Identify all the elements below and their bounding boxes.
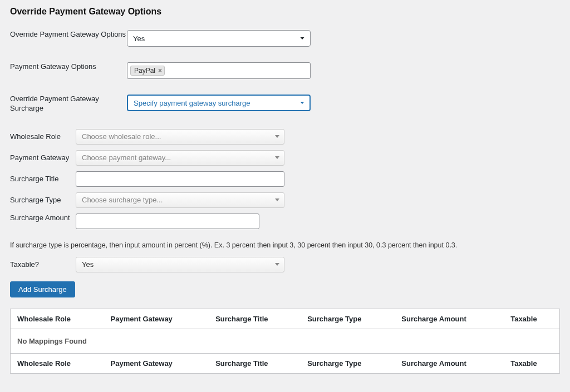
taxable-label: Taxable?: [10, 260, 76, 269]
col-taxable: Taxable: [504, 309, 559, 329]
chevron-down-icon: [275, 135, 279, 138]
wholesale-role-select[interactable]: Choose wholesale role...: [76, 129, 284, 145]
col-wholesale-role: Wholesale Role: [11, 309, 104, 329]
payment-gateway-label: Payment Gateway: [10, 153, 76, 162]
surcharge-amount-input[interactable]: [76, 214, 259, 229]
payment-gateway-select[interactable]: Choose payment gateway...: [76, 150, 284, 166]
col-surcharge-title: Surcharge Title: [209, 309, 301, 329]
surcharge-mapping-table: Wholesale Role Payment Gateway Surcharge…: [10, 309, 560, 374]
empty-message: No Mappings Found: [11, 329, 560, 353]
surcharge-amount-label: Surcharge Amount: [10, 214, 76, 223]
surcharge-title-input[interactable]: [76, 171, 284, 187]
foot-wholesale-role: Wholesale Role: [11, 353, 104, 373]
chevron-down-icon: [275, 263, 279, 266]
col-surcharge-amount: Surcharge Amount: [395, 309, 504, 329]
tag-paypal[interactable]: PayPal ×: [130, 66, 165, 76]
close-icon[interactable]: ×: [158, 67, 162, 75]
surcharge-type-placeholder: Choose surcharge type...: [82, 196, 163, 204]
foot-surcharge-type: Surcharge Type: [301, 353, 395, 373]
override-surcharge-select[interactable]: Specify payment gateway surcharge: [127, 95, 311, 111]
chevron-down-icon: [275, 156, 279, 159]
surcharge-title-label: Surcharge Title: [10, 175, 76, 183]
override-options-select[interactable]: Yes: [127, 30, 311, 47]
col-payment-gateway: Payment Gateway: [104, 309, 209, 329]
wholesale-role-placeholder: Choose wholesale role...: [82, 132, 161, 141]
surcharge-type-label: Surcharge Type: [10, 196, 76, 204]
chevron-down-icon: [275, 199, 279, 201]
section-title: Override Payment Gateway Options: [10, 7, 560, 17]
add-surcharge-button[interactable]: Add Surcharge: [10, 281, 75, 297]
payment-gateway-placeholder: Choose payment gateway...: [82, 153, 171, 162]
table-empty-row: No Mappings Found: [11, 329, 560, 353]
helper-text: If surcharge type is percentage, then in…: [10, 241, 560, 249]
foot-surcharge-title: Surcharge Title: [209, 353, 301, 373]
surcharge-type-select[interactable]: Choose surcharge type...: [76, 192, 284, 208]
foot-surcharge-amount: Surcharge Amount: [395, 353, 504, 373]
taxable-value: Yes: [82, 260, 94, 269]
override-options-label: Override Payment Gateway Options: [10, 30, 127, 39]
taxable-select[interactable]: Yes: [76, 257, 284, 272]
tag-label: PayPal: [134, 67, 155, 75]
col-surcharge-type: Surcharge Type: [301, 309, 395, 329]
gateway-options-input[interactable]: PayPal ×: [127, 62, 311, 79]
gateway-options-label: Payment Gateway Options: [10, 62, 127, 72]
foot-taxable: Taxable: [504, 353, 559, 373]
wholesale-role-label: Wholesale Role: [10, 132, 76, 141]
foot-payment-gateway: Payment Gateway: [104, 353, 209, 373]
override-surcharge-label: Override Payment Gateway Surcharge: [10, 95, 127, 113]
